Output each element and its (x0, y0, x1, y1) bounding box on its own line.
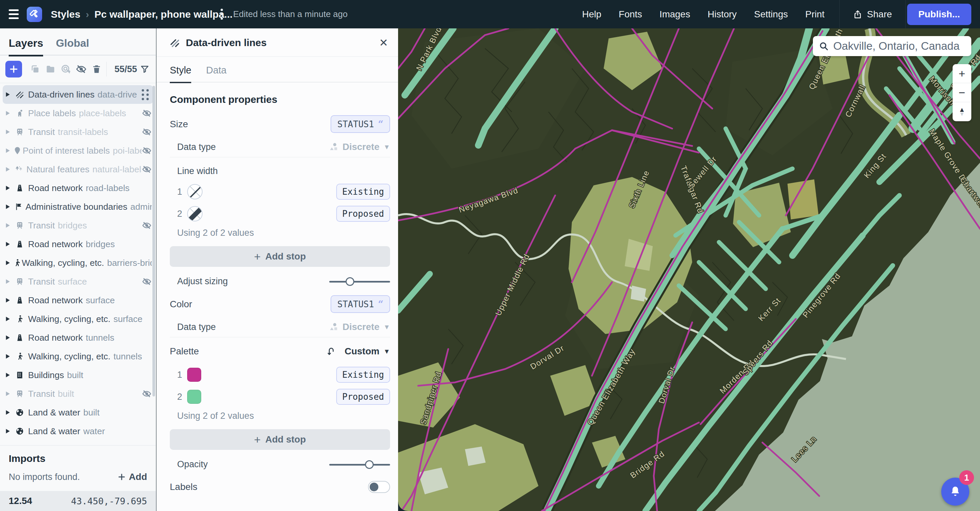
palette-dropdown[interactable]: Custom▼ (326, 346, 390, 357)
menu-settings[interactable]: Settings (754, 9, 788, 20)
layer-row[interactable]: Walking, cycling, etc.tunnels (0, 347, 156, 366)
menu-images[interactable]: Images (659, 9, 690, 20)
expand-caret-icon[interactable] (5, 279, 10, 284)
compass-button[interactable]: ▲▼ (953, 102, 971, 121)
delete-layer-icon[interactable] (89, 62, 104, 76)
layer-row[interactable]: Walking, cycling, etc.surface (0, 309, 156, 328)
zoom-in-button[interactable]: + (953, 64, 971, 83)
expand-caret-icon[interactable] (5, 129, 10, 135)
scrollbar[interactable] (153, 86, 155, 397)
layer-row[interactable]: Transitsurface (0, 272, 156, 291)
menu-history[interactable]: History (708, 9, 737, 20)
road-icon (15, 184, 28, 192)
tab-layers[interactable]: Layers (9, 37, 43, 55)
expand-caret-icon[interactable] (5, 316, 10, 322)
add-layer-button[interactable] (5, 61, 22, 78)
layer-row[interactable]: Transitbuilt (0, 384, 156, 403)
group-folder-icon[interactable] (43, 62, 58, 76)
layer-row[interactable]: Point of interest labelspoi-labels (0, 141, 156, 160)
hide-layer-icon[interactable] (73, 62, 89, 76)
size-attribute-chip[interactable]: STATUS1“ (331, 115, 390, 133)
line-width-swatch-thin[interactable] (187, 184, 202, 199)
labels-toggle[interactable] (368, 481, 390, 493)
hidden-eye-icon[interactable] (142, 221, 152, 230)
hidden-eye-icon[interactable] (142, 127, 152, 136)
breadcrumb-title[interactable]: Pc wallpaper, phone wallpa... (94, 9, 211, 20)
value-chip[interactable]: Existing (336, 184, 390, 200)
expand-caret-icon[interactable] (5, 410, 10, 415)
color-swatch-proposed[interactable] (187, 390, 201, 404)
tab-global[interactable]: Global (56, 37, 89, 55)
expand-caret-icon[interactable] (5, 92, 10, 97)
expand-caret-icon[interactable] (5, 148, 10, 153)
expand-caret-icon[interactable] (5, 354, 10, 359)
layer-row[interactable]: Land & waterbuilt (0, 403, 156, 422)
expand-caret-icon[interactable] (5, 372, 10, 378)
layer-row[interactable]: Road networksurface (0, 291, 156, 309)
adjust-sizing-slider[interactable] (329, 277, 390, 286)
color-swatch-existing[interactable] (187, 368, 201, 382)
layer-row[interactable]: Land & waterland (0, 441, 156, 445)
add-stop-button[interactable]: +Add stop (170, 429, 390, 450)
zoom-out-button[interactable]: − (953, 83, 971, 102)
expand-caret-icon[interactable] (5, 241, 10, 247)
layer-row[interactable]: Natural featuresnatural-labels (0, 160, 156, 179)
expand-caret-icon[interactable] (5, 428, 10, 434)
tab-style[interactable]: Style (170, 65, 191, 82)
layer-name: Administrative boundaries (25, 202, 127, 212)
hamburger-menu-icon[interactable] (0, 10, 27, 19)
app-logo[interactable] (27, 7, 42, 22)
menu-print[interactable]: Print (805, 9, 824, 20)
expand-caret-icon[interactable] (5, 223, 10, 228)
opacity-slider[interactable] (329, 460, 390, 469)
value-chip[interactable]: Proposed (336, 389, 390, 405)
menu-help[interactable]: Help (582, 9, 601, 20)
layer-row[interactable]: Data-driven linesdata-driven-lines (3, 85, 153, 104)
layer-row[interactable]: Land & waterwater (0, 422, 156, 441)
hidden-eye-icon[interactable] (142, 277, 152, 286)
expand-caret-icon[interactable] (5, 167, 10, 172)
hidden-eye-icon[interactable] (142, 389, 152, 398)
hidden-eye-icon[interactable] (142, 165, 152, 174)
layer-row[interactable]: Road networkbridges (0, 235, 156, 254)
expand-caret-icon[interactable] (5, 335, 10, 340)
hidden-eye-icon[interactable] (142, 146, 152, 155)
layer-row[interactable]: Road networktunnels (0, 328, 156, 347)
document-menu-icon[interactable] (221, 9, 223, 20)
color-attribute-chip[interactable]: STATUS1“ (331, 295, 390, 313)
drag-handle-icon[interactable] (142, 89, 149, 100)
value-chip[interactable]: Proposed (336, 206, 390, 222)
add-import-button[interactable]: Add (118, 471, 147, 482)
hidden-eye-icon[interactable] (142, 108, 152, 118)
globe-icon (15, 427, 28, 435)
tab-data[interactable]: Data (206, 65, 226, 82)
layer-row[interactable]: Place labelsplace-labels (0, 104, 156, 122)
expand-caret-icon[interactable] (5, 204, 10, 209)
color-data-type-dropdown[interactable]: Discrete▼ (329, 322, 390, 332)
expand-caret-icon[interactable] (5, 391, 10, 397)
search-input[interactable] (833, 40, 965, 52)
select-on-map-icon[interactable] (58, 62, 73, 76)
layer-row[interactable]: Walking, cycling, etc.barriers-bridges (0, 254, 156, 272)
layer-row[interactable]: Administrative boundariesadmin (0, 197, 156, 216)
add-stop-button[interactable]: +Add stop (170, 246, 390, 267)
filter-icon[interactable] (140, 65, 149, 73)
value-chip[interactable]: Existing (336, 367, 390, 383)
menu-fonts[interactable]: Fonts (619, 9, 642, 20)
breadcrumb-root[interactable]: Styles (51, 9, 80, 20)
layer-row[interactable]: Transittransit-labels (0, 122, 156, 141)
expand-caret-icon[interactable] (5, 186, 10, 191)
layer-row[interactable]: Buildingsbuilt (0, 366, 156, 384)
line-width-swatch-thick[interactable] (187, 206, 202, 221)
duplicate-layer-icon[interactable] (27, 62, 43, 76)
close-icon[interactable]: ✕ (379, 37, 388, 48)
share-button[interactable]: Share (840, 9, 905, 20)
size-data-type-dropdown[interactable]: Discrete▼ (329, 141, 390, 152)
publish-button[interactable]: Publish... (907, 4, 971, 25)
map-canvas[interactable]: N Park BlvdQueen Elizabeth WayCornwallTr… (398, 29, 980, 511)
expand-caret-icon[interactable] (5, 260, 10, 265)
expand-caret-icon[interactable] (5, 111, 10, 116)
layer-row[interactable]: Transitbridges (0, 216, 156, 235)
layer-row[interactable]: Road networkroad-labels (0, 179, 156, 197)
expand-caret-icon[interactable] (5, 298, 10, 303)
